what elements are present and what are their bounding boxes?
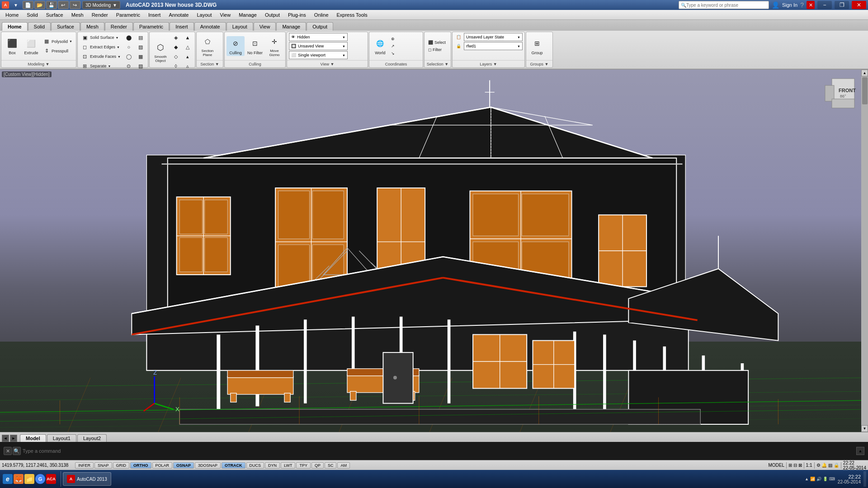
btn-coord-3[interactable]: ↘ — [389, 50, 396, 56]
btn-coord-1[interactable]: ⊕ — [389, 36, 396, 42]
quick-access-open[interactable]: 📂 — [34, 1, 45, 9]
btn-row1[interactable]: ⬤ — [123, 33, 134, 42]
restore-button[interactable]: ❐ — [835, 1, 849, 9]
taskbar-chrome[interactable]: G — [35, 474, 45, 484]
tray-icon1[interactable]: ▲ — [805, 477, 809, 481]
menu-surface[interactable]: Surface — [42, 11, 67, 19]
btn-box[interactable]: ⬛ Box — [3, 36, 21, 56]
btn-col3-r3[interactable]: ▦ — [135, 52, 146, 61]
btn-world-coord[interactable]: 🌐 World — [372, 36, 388, 56]
status-btn-grid[interactable]: GRID — [113, 462, 130, 469]
tab-output[interactable]: Output — [307, 22, 333, 31]
btn-row3[interactable]: ◯ — [123, 52, 134, 61]
btn-sel1[interactable]: ⬛Select — [426, 39, 448, 46]
command-input[interactable] — [23, 448, 854, 454]
taskbar-firefox[interactable]: 🦊 — [14, 474, 24, 484]
btn-coord-2[interactable]: ↗ — [389, 43, 396, 49]
btn-polysolid[interactable]: ▦ Polysolid ▼ — [41, 37, 74, 46]
btn-col3-r4[interactable]: ▧ — [135, 61, 146, 69]
status-btn-infer[interactable]: INFER — [75, 462, 94, 469]
taskbar-folder[interactable]: 📁 — [24, 474, 34, 484]
menu-layout[interactable]: Layout — [193, 11, 215, 19]
app-menu-home[interactable]: ▼ — [11, 3, 21, 8]
btn-row2[interactable]: ○ — [123, 42, 134, 52]
btn-extrude-faces[interactable]: ⊡ Extrude Faces ▼ — [80, 52, 123, 61]
quick-access-save[interactable]: 💾 — [46, 1, 57, 9]
dd-layer-filter[interactable]: rfwd1 ▼ — [464, 42, 523, 50]
status-btn-ducs[interactable]: DUCS — [246, 462, 264, 469]
tab-surface[interactable]: Surface — [51, 22, 80, 31]
menu-express[interactable]: Express Tools — [333, 11, 371, 19]
status-btn-dyn[interactable]: DYN — [265, 462, 280, 469]
menu-output[interactable]: Output — [261, 11, 283, 19]
menu-view[interactable]: View — [217, 11, 235, 19]
view-cube[interactable]: FRONT 86° — [823, 74, 859, 110]
viewport[interactable]: Z X [Custom View][Hidden] FRONT 86° ▲ — [0, 70, 868, 432]
tab-parametric[interactable]: Parametric — [133, 22, 169, 31]
btn-no-filter[interactable]: ⊡ No Filter — [245, 36, 264, 56]
status-btn-3dosnap[interactable]: 3DOSNAP — [195, 462, 221, 469]
show-desktop-btn[interactable] — [863, 471, 866, 487]
status-btn-snap[interactable]: SNAP — [94, 462, 112, 469]
btn-mesh2[interactable]: ◆ — [170, 42, 181, 52]
workspace-selector[interactable]: 3D Modeling ▼ — [82, 1, 120, 9]
taskbar-autocad-window[interactable]: A AutoCAD 2013 — [61, 471, 111, 487]
scroll-up-arrow[interactable]: ▲ — [861, 70, 868, 76]
tab-layout2[interactable]: Layout2 — [77, 434, 107, 442]
scroll-thumb-v[interactable] — [862, 77, 868, 104]
tab-home[interactable]: Home — [2, 22, 28, 31]
dd-layer-state[interactable]: Unsaved Layer State ▼ — [464, 33, 523, 41]
tray-network-icon[interactable]: 📶 — [810, 477, 815, 481]
btn-presspull[interactable]: ⇕ Presspull — [41, 47, 74, 56]
close-button[interactable]: ✕ — [852, 1, 866, 9]
btn-mesh-c2r3[interactable]: ▴ — [182, 52, 193, 61]
menu-annotate[interactable]: Annotate — [165, 11, 192, 19]
btn-mesh-c2r2[interactable]: △ — [182, 42, 193, 52]
btn-mesh4[interactable]: ◊ — [170, 61, 181, 69]
status-btn-polar[interactable]: POLAR — [152, 462, 173, 469]
menu-parametric[interactable]: Parametric — [113, 11, 144, 19]
tab-annotate[interactable]: Annotate — [194, 22, 226, 31]
tab-manage[interactable]: Manage — [276, 22, 306, 31]
status-btn-osnap[interactable]: OSNAP — [173, 462, 194, 469]
tab-mesh[interactable]: Mesh — [80, 22, 104, 31]
menu-mesh[interactable]: Mesh — [68, 11, 87, 19]
tab-layout1[interactable]: Layout1 — [47, 434, 76, 442]
tab-view[interactable]: View — [254, 22, 276, 31]
quick-access-undo[interactable]: ↩ — [58, 1, 69, 9]
btn-layer-filter[interactable]: 🔒 — [454, 43, 463, 49]
tab-insert[interactable]: Insert — [170, 22, 194, 31]
btn-separate[interactable]: ⊞ Separate ▼ — [80, 61, 123, 69]
tray-power-icon[interactable]: 🔋 — [823, 477, 828, 481]
tab-render[interactable]: Render — [105, 22, 133, 31]
menu-plugins[interactable]: Plug-ins — [284, 11, 310, 19]
btn-mesh-c2r4[interactable]: ▵ — [182, 61, 193, 69]
search-input[interactable] — [686, 3, 759, 8]
dd-hidden[interactable]: 👁 Hidden ▼ — [289, 33, 348, 41]
nav-prev-tab[interactable]: ◄ — [2, 435, 9, 442]
taskbar-ie[interactable]: e — [3, 474, 13, 484]
taskbar-clock[interactable]: 22:22 22-05-2014 — [838, 474, 861, 484]
tab-solid[interactable]: Solid — [28, 22, 51, 31]
dd-unsaved-view[interactable]: 🔲 Unsaved View ▼ — [289, 42, 348, 50]
scroll-down-arrow[interactable]: ▼ — [861, 425, 868, 432]
menu-home[interactable]: Home — [2, 11, 22, 19]
status-btn-lwt[interactable]: LWT — [281, 462, 295, 469]
btn-group[interactable]: ⊞ Group — [528, 36, 546, 56]
btn-mesh1[interactable]: ◈ — [170, 33, 181, 42]
sign-in-label[interactable]: Sign In — [782, 2, 797, 8]
btn-extract-edges[interactable]: ◻ Extract Edges ▼ — [80, 42, 123, 52]
menu-manage[interactable]: Manage — [235, 11, 260, 19]
cmd-search-icon[interactable]: 🔍 — [13, 447, 21, 455]
btn-mesh-c2r1[interactable]: ▲ — [182, 33, 193, 42]
menu-solid[interactable]: Solid — [23, 11, 41, 19]
status-btn-otrack[interactable]: OTRACK — [222, 462, 245, 469]
status-btn-tpy[interactable]: TPY — [296, 462, 311, 469]
btn-solid-surface[interactable]: ▣ Solid Surface ▼ — [80, 33, 123, 42]
status-btn-ortho[interactable]: ORTHO — [130, 462, 151, 469]
close-x-btn[interactable]: ✕ — [807, 1, 815, 9]
btn-mesh3[interactable]: ◇ — [170, 52, 181, 61]
menu-online[interactable]: Online — [311, 11, 332, 19]
status-btn-am[interactable]: AM — [337, 462, 350, 469]
tab-model[interactable]: Model — [20, 434, 46, 442]
